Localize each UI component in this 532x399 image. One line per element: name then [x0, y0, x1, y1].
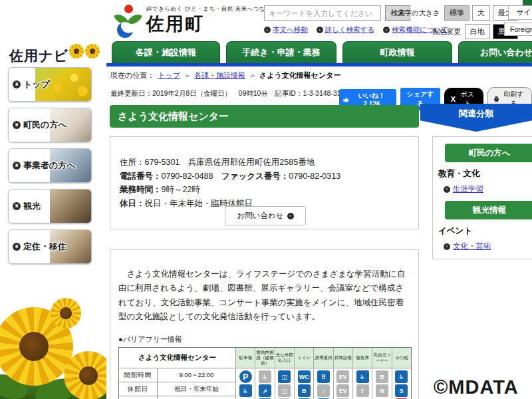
- wheelchair-rental-icon: ♿: [395, 370, 408, 383]
- bf-column-header: 観客席: [353, 348, 372, 368]
- town-emblem-icon: [113, 4, 144, 37]
- related-category-label: 教育・文化: [438, 168, 532, 180]
- sidebar-item-3[interactable]: ›観光: [8, 189, 92, 223]
- facility-hours: 業務時間：9時～22時: [120, 183, 409, 197]
- breadcrumb: 現在の位置：トップ＞各課・施設情報＞さよう文化情報センター: [110, 70, 341, 80]
- breadcrumb-current: さよう文化情報センター: [259, 70, 341, 80]
- page-meta: 最終更新日：2019年2月8日（金曜日） 09時10分 記事ID：1-3-314…: [110, 89, 348, 98]
- facility-description: さよう文化情報センターは、ライフステージでのさまざまな学習活動に自由に利用される…: [118, 267, 410, 324]
- x-logo-icon: X: [451, 95, 456, 103]
- arrow-circle-icon: ›: [287, 213, 294, 219]
- bf-table-title: さよう文化情報センター: [119, 348, 235, 368]
- font-size-large-button[interactable]: 大: [472, 5, 490, 21]
- header-link-1[interactable]: 詳しく検索する: [325, 25, 374, 35]
- label-text: 観光: [23, 200, 41, 212]
- related-section-button-0[interactable]: 町民の方へ: [445, 144, 532, 162]
- elevator-icon: EV: [336, 370, 349, 383]
- arrow-circle-icon: ›: [13, 121, 21, 129]
- foreign-language-button[interactable]: Foreign Language: [504, 23, 532, 36]
- bf-column-1: 敷地内通路（建物前）♿⇗♿: [255, 348, 275, 399]
- sidebar-item-4[interactable]: ›定住・移住: [8, 229, 92, 264]
- nursing-room-icon: N: [376, 384, 388, 397]
- sayo-navi-title: 佐用ナビ: [9, 47, 68, 65]
- bf-row-value: 9:00～22:00: [158, 368, 235, 382]
- sitemap-button[interactable]: サイトマップ: [508, 5, 532, 20]
- header-link-0[interactable]: 本文へ移動: [273, 25, 308, 35]
- related-link[interactable]: 文化・芸術: [453, 241, 491, 251]
- path-wheelchair-icon: ♿: [259, 370, 271, 383]
- color-white-button[interactable]: 白地: [465, 24, 490, 39]
- label-text: 町民の方へ: [23, 119, 67, 131]
- bf-column-header: その他: [392, 348, 411, 368]
- bf-row-value: 祝日・年末年始: [158, 382, 235, 396]
- stroller-rental-icon: S: [395, 384, 408, 397]
- bf-column-header: 昇降設備: [334, 348, 352, 368]
- bf-column-8: その他♿S♥: [392, 348, 411, 399]
- header-link-item: ›詳しく検索する: [317, 25, 374, 35]
- main-nav: 各課・施設情報手続き・申請・業務町政情報お問い合わせ: [106, 41, 532, 66]
- parking-icon: P: [239, 370, 252, 383]
- arrow-circle-icon: ›: [13, 80, 21, 88]
- braille-block-icon: ⠿: [317, 370, 330, 383]
- tab-2[interactable]: 町政情報: [342, 41, 452, 63]
- bf-row-label: 開館時間: [119, 368, 158, 382]
- bf-icon-stack: ⠿♪⠛?: [314, 368, 332, 399]
- thumb-up-icon: [343, 96, 348, 102]
- wheelchair-parking-icon: ♿: [239, 384, 252, 397]
- sidebar-item-0[interactable]: ›トップ: [8, 67, 92, 102]
- bf-icon-stack: P♿: [236, 368, 255, 399]
- bf-row-value: 佐用2585: [158, 396, 235, 399]
- tab-3[interactable]: お問い合わせ: [458, 41, 532, 63]
- sidebar-item-2[interactable]: ›事業者の方へ: [8, 148, 92, 183]
- left-sidebar: 佐用ナビ ›トップ›町民の方へ›事業者の方へ›観光›定住・移住: [0, 0, 106, 399]
- arrow-circle-icon: ›: [383, 27, 390, 33]
- breadcrumb-label: 現在の位置：: [110, 70, 154, 80]
- sunflower-image: [64, 351, 106, 399]
- bf-column-2: 主な外部出入口◫◫◫: [275, 348, 295, 399]
- font-size-standard-button[interactable]: 標準: [444, 5, 469, 21]
- arrow-circle-icon: ›: [13, 162, 21, 170]
- auto-door-icon: ◫: [278, 370, 291, 383]
- related-section-button-1[interactable]: 観光情報: [445, 201, 532, 219]
- bf-column-header: 誘導案内: [314, 348, 332, 368]
- audio-guide-icon: ♪: [317, 384, 330, 397]
- elevator2-icon: EV: [336, 384, 349, 397]
- facility-description-box: さよう文化情報センターは、ライフステージでのさまざまな学習活動に自由に利用される…: [110, 249, 419, 399]
- bf-column-5: 昇降設備EVEVEV: [334, 348, 353, 399]
- related-link-item: ›生涯学習: [444, 184, 532, 194]
- search-input[interactable]: [264, 5, 381, 21]
- bf-row-label: 住 所: [119, 396, 158, 399]
- related-link[interactable]: 生涯学習: [453, 184, 483, 194]
- bf-column-6: 観客席♿⇧: [353, 348, 372, 399]
- slope-walk-icon: ⇗: [259, 384, 271, 397]
- color-scheme-label: 配色変更: [433, 27, 461, 37]
- bf-column-header: 敷地内通路（建物前）: [255, 348, 274, 368]
- bf-icon-stack: ♿⇗♿: [255, 368, 274, 399]
- nav-underline: [106, 63, 532, 66]
- baby-changing-icon: B: [298, 384, 311, 397]
- wheelchair-seat-icon: ♿: [356, 370, 369, 383]
- search-area: 検索: [264, 5, 410, 21]
- tab-0[interactable]: 各課・施設情報: [112, 41, 220, 63]
- bf-icon-stack: ♿S♥: [392, 368, 411, 399]
- bf-table-row: 開館時間9:00～22:00: [119, 368, 235, 382]
- page-title: さよう文化情報センター: [110, 105, 419, 128]
- breadcrumb-link-0[interactable]: トップ: [158, 70, 180, 80]
- sunflower-icons: [69, 44, 100, 59]
- sidebar-item-1[interactable]: ›町民の方へ: [8, 108, 92, 142]
- printer-icon: [493, 96, 499, 102]
- watermark: ©MDATA: [434, 376, 519, 398]
- arrow-circle-icon: ›: [13, 243, 21, 251]
- breadcrumb-link-1[interactable]: 各課・施設情報: [194, 70, 245, 80]
- bf-icon-stack: ♿⇧: [353, 368, 372, 399]
- left-nav: ›トップ›町民の方へ›事業者の方へ›観光›定住・移住: [8, 67, 92, 264]
- seat-access-icon: ⇧: [356, 384, 369, 397]
- arrow-circle-icon: ›: [317, 27, 323, 33]
- bf-column-3: トイレWCB♿O: [295, 348, 314, 399]
- door-icon: ◫: [278, 384, 291, 397]
- bf-icon-stack: BN: [372, 368, 391, 399]
- tab-1[interactable]: 手続き・申請・業務: [226, 41, 336, 63]
- breadcrumb-separator: ＞: [249, 70, 256, 80]
- page-root: 佐用ナビ ›トップ›町民の方へ›事業者の方へ›観光›定住・移住 絆できらめく ひ…: [0, 0, 532, 399]
- inquiry-button[interactable]: お問い合わせ ›: [225, 206, 306, 225]
